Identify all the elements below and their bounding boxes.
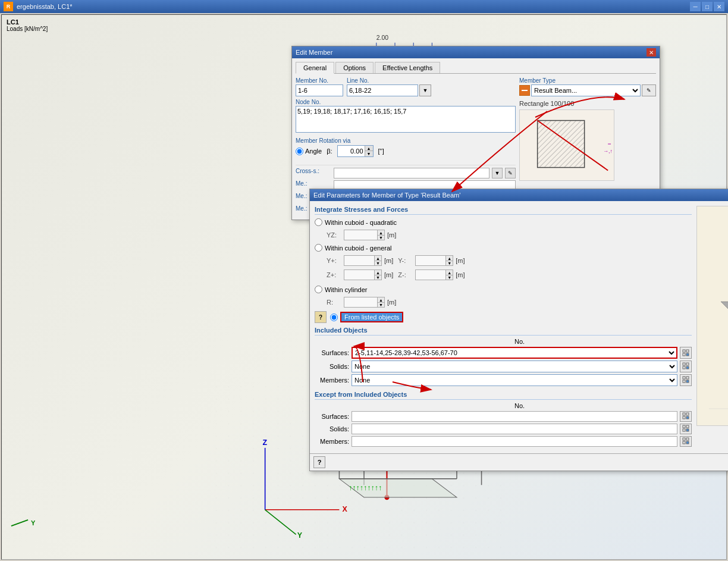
main-window-title: ergebnisstab, LC1* (17, 3, 690, 10)
angle-radio-label[interactable]: Angle (296, 148, 322, 155)
beta-spin-up[interactable]: ▲ (365, 146, 373, 151)
params-bottom-help-button[interactable]: ? (313, 456, 325, 468)
line-no-row: ▼ (347, 84, 516, 96)
except-members-pick-button[interactable] (680, 436, 692, 447)
yplus-spin-down[interactable]: ▼ (374, 261, 381, 265)
r-spin-down[interactable]: ▼ (377, 302, 384, 307)
svg-rect-92 (686, 377, 689, 379)
from-listed-label[interactable]: From listed objects (340, 312, 403, 322)
except-solids-input[interactable] (352, 424, 677, 434)
yz-spin-down[interactable]: ▼ (377, 235, 384, 240)
edit-params-title-bar[interactable]: Edit Parameters for Member of Type 'Resu… (310, 189, 728, 201)
svg-rect-99 (683, 425, 685, 428)
edit-member-title-bar[interactable]: Edit Member ✕ (292, 46, 660, 58)
minimize-button[interactable]: ─ (690, 2, 701, 11)
included-members-combo[interactable]: None (352, 374, 677, 386)
svg-rect-97 (683, 416, 685, 419)
cuboid-general-radio[interactable] (315, 244, 322, 252)
beta-spin-down[interactable]: ▼ (365, 151, 373, 156)
zplus-input[interactable] (344, 270, 374, 280)
yplus-spin[interactable]: ▲ ▼ (344, 255, 382, 266)
cuboid-general-yrow: Y+: ▲ ▼ [m] Y-: (327, 255, 692, 268)
except-header: Except from Included Objects (315, 391, 692, 400)
member-type-edit-button[interactable]: ✎ (642, 84, 656, 96)
yplus-label: Y+: (327, 257, 341, 264)
beta-spin[interactable]: ▲ ▼ (337, 145, 374, 157)
close-button[interactable]: ✕ (714, 2, 724, 11)
yminus-input[interactable] (416, 256, 445, 265)
node-no-section: Node No. 5,19; 19,18; 18,17; 17,16; 16,1… (296, 99, 516, 134)
zminus-spin-down[interactable]: ▼ (445, 275, 453, 280)
beta-input[interactable] (338, 146, 365, 156)
axis-labels: Y (11, 519, 35, 526)
yplus-row: Y+: ▲ ▼ [m] (327, 255, 393, 266)
node-no-input[interactable]: 5,19; 19,18; 18,17; 17,16; 16,15; 15,7 (296, 106, 516, 133)
r-spin-up[interactable]: ▲ (377, 297, 384, 302)
member-no-input[interactable] (296, 84, 343, 96)
included-solids-row: Solids: None (315, 361, 692, 372)
r-input[interactable] (344, 297, 377, 307)
except-solids-pick-button[interactable] (680, 424, 692, 434)
zplus-spin-up[interactable]: ▲ (374, 270, 381, 275)
params-help-button[interactable]: ? (315, 311, 327, 323)
except-surfaces-input[interactable] (352, 411, 677, 422)
zminus-input[interactable] (416, 270, 445, 280)
except-surfaces-pick-button[interactable] (680, 411, 692, 422)
cross-section-browse[interactable]: ▼ (492, 168, 503, 178)
included-solids-pick-button[interactable] (680, 361, 692, 372)
svg-text:→,↑: →,↑ (603, 148, 613, 153)
tab-general[interactable]: General (296, 62, 334, 74)
cuboid-quadratic-radio[interactable] (315, 218, 322, 226)
cuboid-general-zrow: Z+: ▲ ▼ [m] Z-: (327, 269, 692, 282)
cylinder-option: Within cylinder (315, 286, 692, 293)
yz-input[interactable] (344, 230, 377, 240)
zplus-spin-down[interactable]: ▼ (374, 275, 381, 280)
yminus-spin-up[interactable]: ▲ (445, 256, 453, 261)
cross-section-input[interactable] (334, 168, 489, 178)
svg-rect-85 (683, 353, 685, 356)
yplus-spin-up[interactable]: ▲ (374, 256, 381, 261)
cylinder-label[interactable]: Within cylinder (325, 286, 368, 293)
tab-effective-lengths[interactable]: Effective Lengths (375, 62, 440, 73)
beta-spin-arrows[interactable]: ▲ ▼ (365, 146, 373, 156)
except-solids-label: Solids: (315, 425, 349, 432)
yminus-spin-down[interactable]: ▼ (445, 261, 453, 265)
line-no-browse-button[interactable]: ▼ (419, 84, 431, 96)
cylinder-radio[interactable] (315, 286, 322, 293)
except-section: Except from Included Objects No. Surface… (315, 391, 692, 447)
included-solids-label: Solids: (315, 363, 349, 370)
svg-rect-91 (683, 377, 685, 379)
maximize-button[interactable]: □ (702, 2, 713, 11)
cross-section-edit[interactable]: ✎ (505, 168, 516, 178)
included-solids-combo[interactable]: None (352, 361, 677, 372)
from-listed-radio[interactable] (330, 314, 338, 321)
yz-spin[interactable]: ▲ ▼ (344, 230, 385, 240)
angle-radio[interactable] (296, 148, 303, 155)
yz-spin-up[interactable]: ▲ (377, 230, 384, 235)
except-members-input[interactable] (352, 436, 677, 447)
included-members-pick-button[interactable] (680, 374, 692, 386)
svg-rect-105 (683, 441, 685, 444)
zminus-spin-up[interactable]: ▲ (445, 270, 453, 275)
yz-spin-btns[interactable]: ▲ ▼ (377, 230, 384, 240)
included-objects-header: Included Objects (315, 327, 692, 336)
edit-member-close-button[interactable]: ✕ (647, 48, 656, 57)
line-no-input[interactable] (347, 84, 418, 96)
included-surfaces-row: Surfaces: 2-5,11-14,25-28,39-42,53-56,67… (315, 347, 692, 359)
tab-options[interactable]: Options (335, 62, 374, 73)
main-title-bar: R ergebnisstab, LC1* ─ □ ✕ (0, 0, 728, 13)
member-type-select[interactable]: Result Beam... (531, 84, 641, 96)
included-surfaces-pick-button[interactable] (680, 347, 692, 359)
svg-rect-100 (686, 425, 689, 428)
edit-params-title: Edit Parameters for Member of Type 'Resu… (313, 192, 728, 199)
included-surfaces-combo[interactable]: 2-5,11-14,25-28,39-42,53-56,67-70 (352, 347, 677, 359)
edit-params-dialog: Edit Parameters for Member of Type 'Resu… (309, 189, 728, 471)
except-no-label: No. (347, 402, 692, 409)
title-bar-controls[interactable]: ─ □ ✕ (690, 2, 724, 11)
member-no-section: Member No. (296, 77, 343, 96)
svg-rect-95 (683, 413, 685, 415)
yplus-input[interactable] (344, 256, 374, 265)
cuboid-quadratic-label[interactable]: Within cuboid - quadratic (325, 219, 397, 226)
svg-rect-84 (686, 350, 689, 352)
cuboid-general-label[interactable]: Within cuboid - general (325, 245, 392, 252)
